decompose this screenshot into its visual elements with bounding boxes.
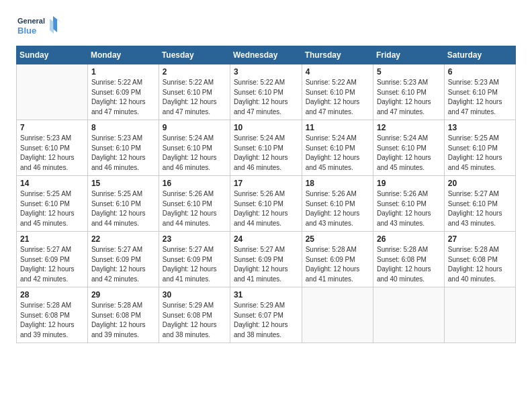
- day-info: Sunrise: 5:27 AM Sunset: 6:09 PM Dayligh…: [91, 245, 155, 284]
- calendar-table: SundayMondayTuesdayWednesdayThursdayFrid…: [16, 46, 516, 343]
- calendar-cell: 9Sunrise: 5:24 AM Sunset: 6:10 PM Daylig…: [159, 120, 230, 176]
- calendar-cell: 28Sunrise: 5:28 AM Sunset: 6:08 PM Dayli…: [17, 287, 88, 343]
- calendar-cell: [17, 64, 88, 120]
- calendar-cell: 29Sunrise: 5:28 AM Sunset: 6:08 PM Dayli…: [87, 287, 159, 343]
- calendar-cell: 3Sunrise: 5:22 AM Sunset: 6:10 PM Daylig…: [230, 64, 302, 120]
- day-number: 8: [91, 123, 155, 132]
- weekday-header: Monday: [87, 46, 159, 64]
- calendar-week-row: 28Sunrise: 5:28 AM Sunset: 6:08 PM Dayli…: [17, 287, 516, 343]
- calendar-cell: 8Sunrise: 5:23 AM Sunset: 6:10 PM Daylig…: [87, 120, 159, 176]
- day-info: Sunrise: 5:29 AM Sunset: 6:07 PM Dayligh…: [234, 301, 298, 340]
- day-info: Sunrise: 5:27 AM Sunset: 6:10 PM Dayligh…: [448, 189, 512, 228]
- day-info: Sunrise: 5:25 AM Sunset: 6:10 PM Dayligh…: [91, 189, 155, 228]
- day-info: Sunrise: 5:22 AM Sunset: 6:10 PM Dayligh…: [234, 78, 298, 117]
- day-number: 24: [234, 234, 298, 244]
- calendar-cell: 16Sunrise: 5:26 AM Sunset: 6:10 PM Dayli…: [159, 176, 230, 232]
- day-info: Sunrise: 5:26 AM Sunset: 6:10 PM Dayligh…: [234, 189, 298, 228]
- day-number: 22: [91, 234, 155, 244]
- day-info: Sunrise: 5:22 AM Sunset: 6:10 PM Dayligh…: [306, 78, 369, 117]
- day-info: Sunrise: 5:22 AM Sunset: 6:10 PM Dayligh…: [163, 78, 226, 117]
- calendar-cell: [444, 287, 515, 343]
- day-number: 31: [234, 290, 298, 300]
- day-info: Sunrise: 5:23 AM Sunset: 6:10 PM Dayligh…: [377, 78, 441, 117]
- day-info: Sunrise: 5:28 AM Sunset: 6:08 PM Dayligh…: [20, 301, 84, 340]
- day-number: 9: [163, 123, 226, 132]
- day-number: 14: [20, 179, 84, 188]
- calendar-week-row: 21Sunrise: 5:27 AM Sunset: 6:09 PM Dayli…: [17, 232, 516, 287]
- day-number: 27: [448, 234, 512, 244]
- calendar-cell: 27Sunrise: 5:28 AM Sunset: 6:08 PM Dayli…: [444, 232, 515, 287]
- logo: General Blue: [16, 13, 63, 38]
- calendar-cell: 24Sunrise: 5:27 AM Sunset: 6:09 PM Dayli…: [230, 232, 302, 287]
- calendar-cell: [373, 287, 444, 343]
- day-number: 13: [448, 123, 512, 132]
- day-number: 4: [306, 67, 369, 77]
- calendar-cell: [302, 287, 373, 343]
- day-info: Sunrise: 5:24 AM Sunset: 6:10 PM Dayligh…: [163, 134, 226, 173]
- calendar-cell: 11Sunrise: 5:24 AM Sunset: 6:10 PM Dayli…: [302, 120, 373, 176]
- day-info: Sunrise: 5:24 AM Sunset: 6:10 PM Dayligh…: [377, 134, 441, 173]
- calendar-cell: 21Sunrise: 5:27 AM Sunset: 6:09 PM Dayli…: [17, 232, 88, 287]
- calendar-cell: 23Sunrise: 5:27 AM Sunset: 6:09 PM Dayli…: [159, 232, 230, 287]
- day-info: Sunrise: 5:24 AM Sunset: 6:10 PM Dayligh…: [234, 134, 298, 173]
- calendar-week-row: 7Sunrise: 5:23 AM Sunset: 6:10 PM Daylig…: [17, 120, 516, 176]
- day-info: Sunrise: 5:26 AM Sunset: 6:10 PM Dayligh…: [163, 189, 226, 228]
- day-info: Sunrise: 5:24 AM Sunset: 6:10 PM Dayligh…: [306, 134, 369, 173]
- day-number: 12: [377, 123, 441, 132]
- weekday-header: Wednesday: [230, 46, 302, 64]
- calendar-cell: 20Sunrise: 5:27 AM Sunset: 6:10 PM Dayli…: [444, 176, 515, 232]
- calendar-week-row: 14Sunrise: 5:25 AM Sunset: 6:10 PM Dayli…: [17, 176, 516, 232]
- day-info: Sunrise: 5:26 AM Sunset: 6:10 PM Dayligh…: [377, 189, 441, 228]
- calendar-cell: 17Sunrise: 5:26 AM Sunset: 6:10 PM Dayli…: [230, 176, 302, 232]
- svg-text:General: General: [17, 17, 45, 25]
- logo-svg: General Blue: [16, 13, 63, 38]
- day-info: Sunrise: 5:29 AM Sunset: 6:08 PM Dayligh…: [163, 301, 226, 340]
- calendar-cell: 19Sunrise: 5:26 AM Sunset: 6:10 PM Dayli…: [373, 176, 444, 232]
- day-number: 20: [448, 179, 512, 188]
- weekday-header: Tuesday: [159, 46, 230, 64]
- day-number: 10: [234, 123, 298, 132]
- day-number: 17: [234, 179, 298, 188]
- day-number: 21: [20, 234, 84, 244]
- day-number: 5: [377, 67, 441, 77]
- day-number: 15: [91, 179, 155, 188]
- day-number: 3: [234, 67, 298, 77]
- day-number: 19: [377, 179, 441, 188]
- calendar-week-row: 1Sunrise: 5:22 AM Sunset: 6:09 PM Daylig…: [17, 64, 516, 120]
- calendar-cell: 26Sunrise: 5:28 AM Sunset: 6:08 PM Dayli…: [373, 232, 444, 287]
- day-info: Sunrise: 5:27 AM Sunset: 6:09 PM Dayligh…: [163, 245, 226, 284]
- day-number: 2: [163, 67, 226, 77]
- calendar-cell: 13Sunrise: 5:25 AM Sunset: 6:10 PM Dayli…: [444, 120, 515, 176]
- svg-marker-3: [53, 16, 62, 32]
- weekday-header: Thursday: [302, 46, 373, 64]
- day-info: Sunrise: 5:28 AM Sunset: 6:08 PM Dayligh…: [91, 301, 155, 340]
- calendar-cell: 30Sunrise: 5:29 AM Sunset: 6:08 PM Dayli…: [159, 287, 230, 343]
- day-number: 18: [306, 179, 369, 188]
- day-number: 23: [163, 234, 226, 244]
- day-number: 7: [20, 123, 84, 132]
- day-number: 1: [91, 67, 155, 77]
- calendar-cell: 6Sunrise: 5:23 AM Sunset: 6:10 PM Daylig…: [444, 64, 515, 120]
- weekday-header: Sunday: [17, 46, 88, 64]
- day-number: 11: [306, 123, 369, 132]
- day-info: Sunrise: 5:25 AM Sunset: 6:10 PM Dayligh…: [448, 134, 512, 173]
- day-info: Sunrise: 5:27 AM Sunset: 6:09 PM Dayligh…: [20, 245, 84, 284]
- day-info: Sunrise: 5:28 AM Sunset: 6:09 PM Dayligh…: [306, 245, 369, 284]
- day-info: Sunrise: 5:27 AM Sunset: 6:09 PM Dayligh…: [234, 245, 298, 284]
- day-info: Sunrise: 5:26 AM Sunset: 6:10 PM Dayligh…: [306, 189, 369, 228]
- calendar-cell: 31Sunrise: 5:29 AM Sunset: 6:07 PM Dayli…: [230, 287, 302, 343]
- calendar-cell: 18Sunrise: 5:26 AM Sunset: 6:10 PM Dayli…: [302, 176, 373, 232]
- calendar-body: 1Sunrise: 5:22 AM Sunset: 6:09 PM Daylig…: [17, 64, 516, 343]
- calendar-cell: 5Sunrise: 5:23 AM Sunset: 6:10 PM Daylig…: [373, 64, 444, 120]
- day-number: 25: [306, 234, 369, 244]
- calendar-cell: 10Sunrise: 5:24 AM Sunset: 6:10 PM Dayli…: [230, 120, 302, 176]
- day-info: Sunrise: 5:28 AM Sunset: 6:08 PM Dayligh…: [448, 245, 512, 284]
- day-info: Sunrise: 5:23 AM Sunset: 6:10 PM Dayligh…: [20, 134, 84, 173]
- page-header: General Blue: [16, 13, 516, 38]
- day-info: Sunrise: 5:23 AM Sunset: 6:10 PM Dayligh…: [448, 78, 512, 117]
- calendar-cell: 22Sunrise: 5:27 AM Sunset: 6:09 PM Dayli…: [87, 232, 159, 287]
- weekday-header: Friday: [373, 46, 444, 64]
- day-info: Sunrise: 5:28 AM Sunset: 6:08 PM Dayligh…: [377, 245, 441, 284]
- svg-text:Blue: Blue: [17, 26, 36, 36]
- calendar-cell: 4Sunrise: 5:22 AM Sunset: 6:10 PM Daylig…: [302, 64, 373, 120]
